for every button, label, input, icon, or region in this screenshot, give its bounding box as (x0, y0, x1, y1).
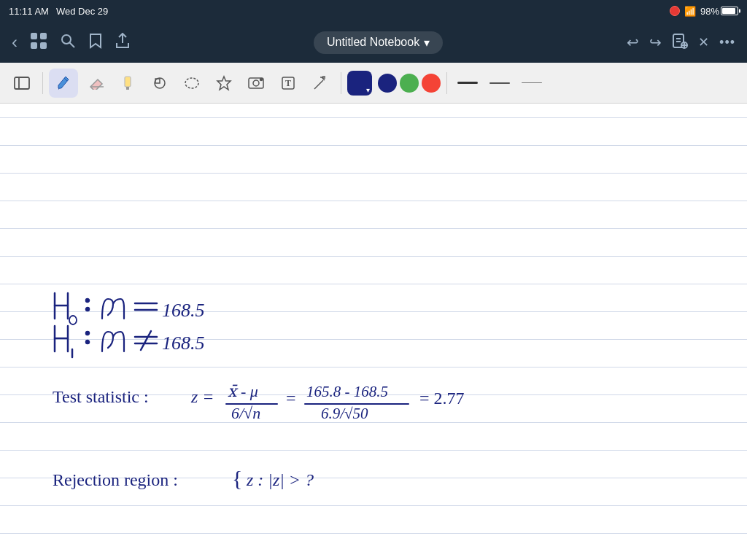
search-button[interactable] (60, 33, 76, 52)
status-left: 11:11 AM Wed Dec 29 (9, 6, 108, 17)
pen-button[interactable] (49, 69, 78, 98)
apps-button[interactable] (31, 33, 47, 52)
svg-rect-17 (126, 87, 129, 90)
svg-line-5 (70, 42, 75, 47)
undo-button[interactable]: ↩ (627, 34, 639, 51)
add-page-button[interactable] (672, 33, 688, 52)
nav-bar: ‹ Untitled Note (0, 22, 747, 63)
wifi-icon: 📶 (684, 6, 696, 17)
sidebar-toggle-button[interactable] (7, 69, 36, 98)
thick-line-1 (457, 82, 478, 84)
svg-text:T: T (285, 78, 291, 88)
svg-rect-1 (40, 33, 47, 39)
svg-rect-16 (125, 77, 131, 87)
svg-marker-21 (217, 77, 231, 90)
eraser-button[interactable] (81, 69, 110, 98)
battery-container: 98% (700, 6, 738, 17)
lasso-button[interactable] (177, 69, 206, 98)
color-green[interactable] (400, 74, 419, 93)
recording-indicator (670, 6, 680, 16)
svg-point-4 (62, 35, 71, 44)
toolbar-separator-1 (42, 72, 43, 94)
battery-fill (722, 8, 735, 14)
svg-point-20 (185, 78, 198, 88)
nav-center: Untitled Notebook ▾ (314, 31, 443, 54)
nav-left: ‹ (12, 32, 130, 52)
nav-right: ↩ ↪ ✕ ••• (627, 33, 735, 52)
toolbar-separator-3 (446, 72, 447, 94)
notebook-title-button[interactable]: Untitled Notebook ▾ (314, 31, 443, 54)
thick-line-2 (489, 82, 510, 84)
bookmark-button[interactable] (89, 33, 102, 52)
magic-button[interactable] (306, 69, 335, 98)
battery-pct: 98% (700, 6, 719, 17)
title-chevron: ▾ (424, 36, 430, 50)
date-display: Wed Dec 29 (56, 6, 108, 17)
toolbar-separator-2 (341, 72, 341, 94)
battery-icon (721, 7, 738, 15)
status-bar: 11:11 AM Wed Dec 29 📶 98% (0, 0, 747, 22)
svg-point-23 (253, 80, 259, 86)
toolbar: T (0, 63, 747, 104)
back-button[interactable]: ‹ (12, 32, 18, 52)
shapes-button[interactable] (145, 69, 174, 98)
color-picker-button[interactable] (347, 71, 372, 96)
line-thin-button[interactable] (517, 82, 546, 83)
canvas-area[interactable]: 168.5 168.5 (0, 104, 747, 560)
color-dark-blue[interactable] (378, 74, 397, 93)
line-thick-button[interactable] (453, 82, 482, 84)
lined-paper (0, 104, 747, 560)
svg-rect-12 (15, 77, 29, 89)
svg-rect-3 (40, 42, 47, 49)
svg-rect-2 (31, 42, 37, 49)
favorites-button[interactable] (209, 69, 239, 98)
status-right: 📶 98% (670, 6, 738, 17)
color-red[interactable] (422, 74, 441, 93)
notebook-title-text: Untitled Notebook (327, 36, 419, 49)
photo-button[interactable] (241, 69, 271, 98)
highlighter-button[interactable] (113, 69, 142, 98)
thick-line-3 (522, 82, 542, 83)
close-button[interactable]: ✕ (698, 34, 709, 50)
line-medium-button[interactable] (485, 82, 514, 84)
svg-point-24 (260, 78, 263, 80)
more-button[interactable]: ••• (719, 35, 735, 50)
svg-rect-0 (31, 33, 37, 39)
redo-button[interactable]: ↪ (649, 34, 662, 51)
text-button[interactable]: T (274, 69, 303, 98)
svg-line-27 (314, 80, 323, 89)
share-button[interactable] (115, 33, 130, 52)
time-display: 11:11 AM (9, 6, 49, 17)
